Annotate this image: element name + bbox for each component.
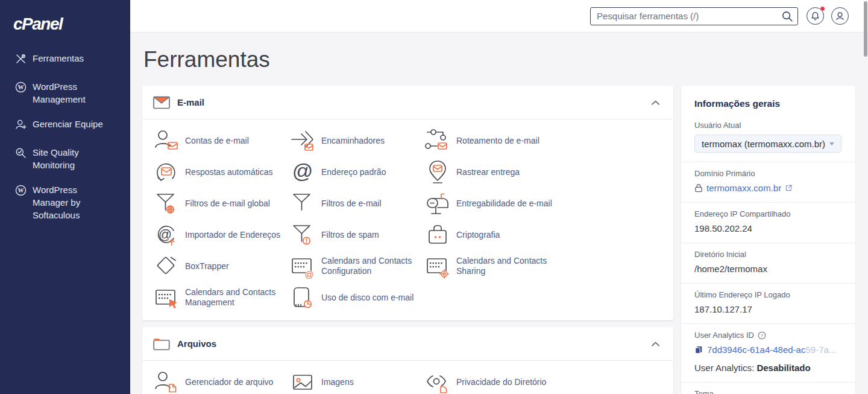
notifications-button[interactable] xyxy=(807,7,824,25)
info-label: User Analytics ID ? xyxy=(694,331,842,340)
search-icon[interactable] xyxy=(781,10,794,25)
analytics-id-link[interactable]: 7dd3946c-61a4-48ed-ac59-7a... xyxy=(694,345,842,355)
tool-link[interactable]: Gerenciador de arquivo xyxy=(185,377,273,387)
tool-item: BoxTrapper xyxy=(153,250,289,282)
caret-down-icon xyxy=(829,142,834,145)
search-box xyxy=(590,7,798,25)
info-value: /home2/termomax xyxy=(694,264,842,274)
sidebar-item-gerenciar-equipe[interactable]: Gerenciar Equipe xyxy=(0,112,130,140)
primary-domain-link[interactable]: termomaxx.com.br xyxy=(694,183,842,193)
help-icon[interactable]: ? xyxy=(758,331,766,340)
info-row-usu-rio-atual: Usuário Atual termomax (termomaxx.com.br… xyxy=(681,114,855,162)
current-user-select[interactable]: termomax (termomaxx.com.br) xyxy=(694,135,841,153)
info-row-endere-o-ip-compartilhado: Endereço IP Compartilhado 198.50.202.24 xyxy=(681,203,855,243)
site-quality-icon xyxy=(14,146,27,162)
tool-link[interactable]: Roteamento de e-mail xyxy=(456,136,539,146)
tool-link[interactable]: Endereço padrão xyxy=(321,167,386,177)
tool-link[interactable]: Uso de disco com e-mail xyxy=(321,293,414,303)
tool-link[interactable]: Filtros de e-mail global xyxy=(185,199,270,209)
tool-link[interactable]: Privacidade do Diretório xyxy=(456,377,546,387)
tool-link[interactable]: Calendars and Contacts Management xyxy=(185,287,288,308)
user-icon xyxy=(834,10,846,22)
global-email-filters-icon xyxy=(153,190,180,217)
tool-item: Rastrear entrega xyxy=(424,156,662,188)
svg-text:?: ? xyxy=(761,332,764,338)
info-label: Tema xyxy=(694,389,842,394)
sidebar-item-site-quality-monitoring[interactable]: Site Quality Monitoring xyxy=(0,140,130,177)
svg-text:@: @ xyxy=(159,227,172,242)
tool-grid: Contas de e-mail Encaminhadores Roteamen… xyxy=(142,119,673,320)
sidebar-item-ferramentas[interactable]: Ferramentas xyxy=(0,46,130,74)
copy-icon[interactable] xyxy=(694,346,703,354)
tool-link[interactable]: Calendars and Contacts Configuration xyxy=(321,256,424,276)
page-scrollbar[interactable] xyxy=(863,0,868,394)
tool-link[interactable]: Filtros de e-mail xyxy=(321,199,382,209)
tool-item: @ Importador de Endereços xyxy=(153,219,289,250)
search-input[interactable] xyxy=(590,7,798,25)
tool-link[interactable]: Imagens xyxy=(321,377,354,387)
info-row-user-analytics-id: User Analytics ID ? 7dd3946c-61a4-48ed-a… xyxy=(681,324,855,383)
lock-icon xyxy=(694,183,703,192)
chevron-up-icon xyxy=(651,97,660,107)
tool-item: Criptografia xyxy=(424,219,662,250)
calendars-configuration-icon: @ xyxy=(289,253,316,279)
tool-sections: E-mail Contas de e-mail Encaminhadores R… xyxy=(142,86,673,394)
tool-item: Calendars and Contacts Sharing xyxy=(424,250,662,282)
tool-link[interactable]: Importador de Endereços xyxy=(185,230,280,240)
tool-link[interactable]: Respostas automáticas xyxy=(185,167,273,177)
tool-link[interactable]: Encaminhadores xyxy=(321,136,385,146)
info-value: 187.10.127.17 xyxy=(694,304,842,314)
section-title: E-mail xyxy=(177,97,204,107)
info-panel-title: Informações gerais xyxy=(681,86,855,114)
info-value: 198.50.202.24 xyxy=(694,223,842,234)
directory-privacy-icon xyxy=(424,369,451,394)
sidebar: cPanel FerramentasW WordPress Management… xyxy=(0,0,130,394)
analytics-id-faded: 59-7a... xyxy=(805,345,836,355)
tool-link[interactable]: Entregabilidade de e-mail xyxy=(456,199,552,209)
tool-link[interactable]: Filtros de spam xyxy=(321,230,379,240)
collapse-section-button[interactable] xyxy=(649,97,662,108)
info-label: Último Endereço IP Logado xyxy=(694,290,842,299)
user-menu-button[interactable] xyxy=(831,7,849,25)
tool-item: Encaminhadores xyxy=(289,125,424,156)
label-text: User Analytics ID xyxy=(694,331,754,340)
info-row-diret-rio-inicial: Diretório Inicial /home2/termomax xyxy=(681,243,855,284)
cpanel-logo[interactable]: cPanel xyxy=(0,0,130,46)
tool-item: Filtros de spam xyxy=(289,219,424,250)
scrollbar-thumb[interactable] xyxy=(864,1,867,57)
tool-link[interactable]: Rastrear entrega xyxy=(456,167,520,177)
email-deliverability-icon xyxy=(424,190,451,217)
address-importer-icon: @ xyxy=(153,221,180,248)
analytics-id-visible: 7dd3946c-61a4-48ed-ac xyxy=(707,345,805,355)
tool-link[interactable]: Calendars and Contacts Sharing xyxy=(456,256,559,276)
general-info-panel: Informações gerais Usuário Atual termoma… xyxy=(681,86,855,394)
tool-item: Gerenciador de arquivo xyxy=(153,366,289,394)
link-text: termomaxx.com.br xyxy=(706,183,781,193)
page-title: Ferramentas xyxy=(143,47,868,72)
tool-link[interactable]: Criptografia xyxy=(456,230,500,240)
calendars-sharing-icon xyxy=(424,253,451,279)
status-value: Desabilitado xyxy=(756,363,810,373)
info-label: Domínio Primário xyxy=(694,169,842,178)
tool-item: Privacidade do Diretório xyxy=(424,366,662,394)
svg-text:W: W xyxy=(17,187,24,194)
tool-item: Uso de disco com e-mail xyxy=(289,282,424,313)
sidebar-item-label: WordPress Manager by Softaculous xyxy=(33,183,108,221)
spam-filters-icon xyxy=(289,221,316,248)
sidebar-item-label: Site Quality Monitoring xyxy=(33,146,108,171)
sidebar-item-label: Gerenciar Equipe xyxy=(33,118,103,130)
tool-item: Roteamento de e-mail xyxy=(424,125,662,156)
images-icon xyxy=(289,369,316,394)
sidebar-item-wordpress-manager-by-softaculous[interactable]: W WordPress Manager by Softaculous xyxy=(0,177,130,227)
tool-link[interactable]: BoxTrapper xyxy=(185,261,229,272)
tool-item: Respostas automáticas xyxy=(153,156,289,188)
collapse-section-button[interactable] xyxy=(649,338,662,349)
track-delivery-icon xyxy=(424,159,451,185)
svg-text:@: @ xyxy=(292,159,313,182)
tool-link[interactable]: Contas de e-mail xyxy=(185,136,249,146)
chevron-up-icon xyxy=(651,338,660,349)
sidebar-item-wordpress-management[interactable]: W WordPress Management xyxy=(0,74,130,112)
section-card-e-mail: E-mail Contas de e-mail Encaminhadores R… xyxy=(142,86,673,320)
info-label: Diretório Inicial xyxy=(694,250,842,259)
email-routing-icon xyxy=(424,127,451,154)
